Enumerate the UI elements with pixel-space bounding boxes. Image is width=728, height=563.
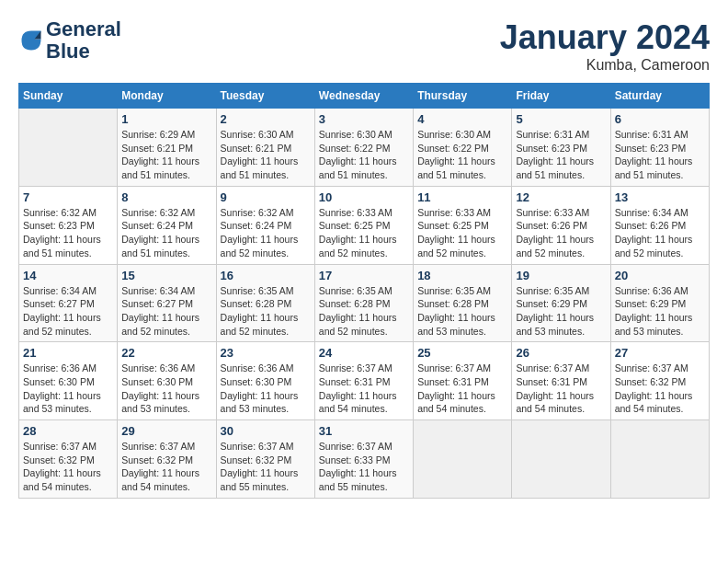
calendar-cell: 14Sunrise: 6:34 AMSunset: 6:27 PMDayligh… — [19, 264, 118, 342]
sunset-text: Sunset: 6:32 PM — [121, 454, 193, 465]
day-info: Sunrise: 6:37 AMSunset: 6:31 PMDaylight:… — [319, 362, 409, 416]
day-info: Sunrise: 6:37 AMSunset: 6:32 PMDaylight:… — [221, 440, 311, 494]
logo-line2: Blue — [46, 40, 121, 63]
day-info: Sunrise: 6:34 AMSunset: 6:26 PMDaylight:… — [615, 206, 705, 260]
day-info: Sunrise: 6:32 AMSunset: 6:23 PMDaylight:… — [23, 206, 113, 260]
day-number: 20 — [615, 269, 705, 282]
calendar-cell — [512, 420, 610, 499]
sunrise-text: Sunrise: 6:37 AM — [121, 441, 195, 452]
daylight-text: Daylight: 11 hours and 51 minutes. — [615, 155, 693, 180]
sunrise-text: Sunrise: 6:37 AM — [319, 362, 392, 373]
day-info: Sunrise: 6:30 AMSunset: 6:22 PMDaylight:… — [319, 128, 409, 182]
calendar-cell: 5Sunrise: 6:31 AMSunset: 6:23 PMDaylight… — [512, 109, 610, 187]
daylight-text: Daylight: 11 hours and 54 minutes. — [121, 467, 199, 492]
sunrise-text: Sunrise: 6:36 AM — [615, 285, 688, 296]
calendar-cell: 21Sunrise: 6:36 AMSunset: 6:30 PMDayligh… — [19, 342, 118, 420]
day-info: Sunrise: 6:31 AMSunset: 6:23 PMDaylight:… — [615, 128, 705, 182]
sunrise-text: Sunrise: 6:29 AM — [121, 129, 195, 140]
sunset-text: Sunset: 6:24 PM — [121, 220, 193, 231]
day-info: Sunrise: 6:34 AMSunset: 6:27 PMDaylight:… — [23, 284, 113, 339]
day-number: 10 — [319, 190, 409, 204]
sunset-text: Sunset: 6:33 PM — [319, 454, 391, 465]
day-number: 29 — [121, 424, 211, 438]
sunset-text: Sunset: 6:25 PM — [319, 220, 391, 231]
sunset-text: Sunset: 6:32 PM — [221, 454, 292, 465]
day-number: 13 — [615, 190, 705, 204]
calendar-cell: 28Sunrise: 6:37 AMSunset: 6:32 PMDayligh… — [19, 420, 118, 499]
daylight-text: Daylight: 11 hours and 52 minutes. — [23, 312, 101, 337]
calendar-cell: 8Sunrise: 6:32 AMSunset: 6:24 PMDaylight… — [118, 186, 216, 264]
calendar-cell — [19, 109, 118, 187]
day-number: 24 — [319, 346, 409, 360]
sunrise-text: Sunrise: 6:37 AM — [319, 441, 392, 452]
daylight-text: Daylight: 11 hours and 51 minutes. — [23, 234, 101, 259]
day-number: 8 — [121, 190, 211, 204]
month-title: January 2024 — [500, 18, 710, 57]
day-number: 21 — [23, 346, 113, 360]
sunrise-text: Sunrise: 6:35 AM — [319, 285, 392, 296]
calendar-cell: 3Sunrise: 6:30 AMSunset: 6:22 PMDaylight… — [314, 109, 413, 187]
sunrise-text: Sunrise: 6:34 AM — [615, 207, 688, 218]
day-number: 25 — [417, 346, 507, 360]
sunrise-text: Sunrise: 6:36 AM — [23, 362, 97, 373]
sunrise-text: Sunrise: 6:33 AM — [319, 207, 392, 218]
sunset-text: Sunset: 6:29 PM — [615, 298, 687, 309]
calendar-cell: 31Sunrise: 6:37 AMSunset: 6:33 PMDayligh… — [314, 420, 413, 499]
daylight-text: Daylight: 11 hours and 51 minutes. — [121, 155, 199, 180]
sunset-text: Sunset: 6:24 PM — [221, 220, 292, 231]
sunset-text: Sunset: 6:32 PM — [23, 454, 95, 465]
daylight-text: Daylight: 11 hours and 54 minutes. — [23, 467, 101, 492]
sunrise-text: Sunrise: 6:35 AM — [516, 285, 589, 296]
daylight-text: Daylight: 11 hours and 51 minutes. — [121, 234, 199, 259]
day-number: 22 — [121, 346, 211, 360]
calendar-cell: 12Sunrise: 6:33 AMSunset: 6:26 PMDayligh… — [512, 186, 610, 264]
day-number: 7 — [23, 190, 113, 204]
daylight-text: Daylight: 11 hours and 53 minutes. — [516, 312, 594, 337]
day-number: 18 — [417, 269, 507, 282]
calendar-cell: 4Sunrise: 6:30 AMSunset: 6:22 PMDaylight… — [414, 109, 512, 187]
page-header: General Blue January 2024 Kumba, Cameroo… — [18, 18, 710, 74]
weekday-header-wednesday: Wednesday — [314, 84, 413, 109]
calendar-cell: 6Sunrise: 6:31 AMSunset: 6:23 PMDaylight… — [610, 109, 709, 187]
day-info: Sunrise: 6:32 AMSunset: 6:24 PMDaylight:… — [121, 206, 211, 260]
daylight-text: Daylight: 11 hours and 51 minutes. — [319, 155, 397, 180]
daylight-text: Daylight: 11 hours and 53 minutes. — [615, 312, 693, 337]
calendar-cell: 26Sunrise: 6:37 AMSunset: 6:31 PMDayligh… — [512, 342, 610, 420]
weekday-header-row: SundayMondayTuesdayWednesdayThursdayFrid… — [19, 84, 710, 109]
calendar-cell: 16Sunrise: 6:35 AMSunset: 6:28 PMDayligh… — [216, 264, 314, 342]
sunset-text: Sunset: 6:31 PM — [319, 376, 391, 387]
daylight-text: Daylight: 11 hours and 53 minutes. — [221, 390, 299, 415]
day-info: Sunrise: 6:36 AMSunset: 6:30 PMDaylight:… — [121, 362, 211, 416]
daylight-text: Daylight: 11 hours and 53 minutes. — [417, 312, 495, 337]
daylight-text: Daylight: 11 hours and 53 minutes. — [23, 390, 101, 415]
sunrise-text: Sunrise: 6:30 AM — [417, 129, 491, 140]
daylight-text: Daylight: 11 hours and 54 minutes. — [615, 390, 693, 415]
day-number: 27 — [615, 346, 705, 360]
day-info: Sunrise: 6:37 AMSunset: 6:32 PMDaylight:… — [23, 440, 113, 494]
calendar-cell: 10Sunrise: 6:33 AMSunset: 6:25 PMDayligh… — [314, 186, 413, 264]
calendar-cell: 19Sunrise: 6:35 AMSunset: 6:29 PMDayligh… — [512, 264, 610, 342]
calendar-cell: 18Sunrise: 6:35 AMSunset: 6:28 PMDayligh… — [414, 264, 512, 342]
daylight-text: Daylight: 11 hours and 54 minutes. — [516, 390, 594, 415]
day-info: Sunrise: 6:37 AMSunset: 6:32 PMDaylight:… — [615, 362, 705, 416]
sunrise-text: Sunrise: 6:36 AM — [221, 362, 294, 373]
calendar-cell: 22Sunrise: 6:36 AMSunset: 6:30 PMDayligh… — [118, 342, 216, 420]
daylight-text: Daylight: 11 hours and 52 minutes. — [319, 234, 397, 259]
sunset-text: Sunset: 6:30 PM — [221, 376, 292, 387]
weekday-header-sunday: Sunday — [19, 84, 118, 109]
calendar-week-3: 14Sunrise: 6:34 AMSunset: 6:27 PMDayligh… — [19, 264, 710, 342]
sunset-text: Sunset: 6:29 PM — [516, 298, 587, 309]
sunrise-text: Sunrise: 6:35 AM — [417, 285, 491, 296]
calendar-cell: 20Sunrise: 6:36 AMSunset: 6:29 PMDayligh… — [610, 264, 709, 342]
sunrise-text: Sunrise: 6:37 AM — [417, 362, 491, 373]
day-number: 2 — [221, 112, 311, 126]
sunset-text: Sunset: 6:31 PM — [516, 376, 587, 387]
sunrise-text: Sunrise: 6:32 AM — [23, 207, 97, 218]
daylight-text: Daylight: 11 hours and 55 minutes. — [319, 467, 397, 492]
calendar-cell: 25Sunrise: 6:37 AMSunset: 6:31 PMDayligh… — [414, 342, 512, 420]
weekday-header-saturday: Saturday — [610, 84, 709, 109]
daylight-text: Daylight: 11 hours and 52 minutes. — [221, 312, 299, 337]
day-number: 6 — [615, 112, 705, 126]
calendar-cell: 15Sunrise: 6:34 AMSunset: 6:27 PMDayligh… — [118, 264, 216, 342]
title-block: January 2024 Kumba, Cameroon — [500, 18, 710, 74]
